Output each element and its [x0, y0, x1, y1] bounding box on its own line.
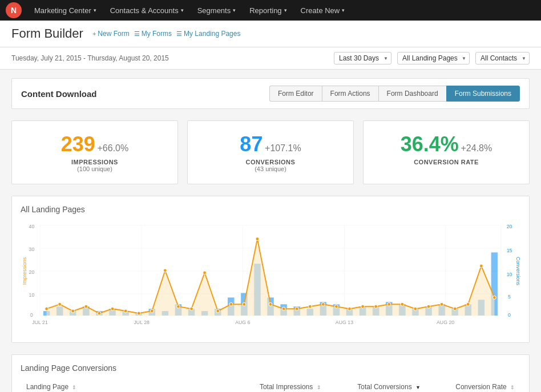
col-conversion-rate: Conversion Rate ⇕ [426, 378, 520, 392]
svg-point-90 [466, 302, 470, 306]
sort-icon: ⇕ [317, 385, 321, 390]
table-title: Landing Page Conversions [21, 363, 520, 373]
filters-bar: Tuesday, July 21, 2015 - Thursday, Augus… [0, 47, 541, 70]
svg-text:AUG 6: AUG 6 [235, 320, 250, 325]
nav-item-create-new[interactable]: Create New ▾ [295, 3, 351, 18]
col-landing-page: Landing Page ⇕ [21, 378, 229, 392]
impressions-sub: (100 unique) [23, 165, 166, 172]
sort-icon-active: ▼ [415, 385, 421, 390]
stat-card-conversions: 87 +107.1% CONVERSIONS (43 unique) [187, 120, 354, 184]
page-title: Form Builder [11, 26, 83, 41]
conversion-rate-value: 36.4% +24.8% [375, 132, 518, 156]
form-header: Content Download Form Editor Form Action… [11, 78, 530, 109]
form-tabs: Form Editor Form Actions Form Dashboard … [269, 86, 520, 102]
nav-item-contacts[interactable]: Contacts & Accounts ▾ [104, 3, 189, 18]
svg-text:40: 40 [29, 224, 35, 229]
chevron-down-icon: ▾ [284, 7, 287, 13]
svg-point-68 [177, 305, 180, 308]
nav-item-reporting[interactable]: Reporting ▾ [244, 3, 292, 18]
main-nav: N Marketing Center ▾ Contacts & Accounts… [0, 0, 541, 21]
svg-point-82 [361, 305, 365, 308]
svg-point-89 [453, 307, 457, 310]
contacts-select[interactable]: All Contacts [475, 52, 530, 64]
impressions-label: IMPRESSIONS [23, 159, 166, 165]
svg-text:10: 10 [29, 292, 35, 298]
svg-point-85 [401, 302, 404, 306]
tab-form-actions[interactable]: Form Actions [322, 86, 378, 102]
new-form-button[interactable]: + New Form [92, 30, 130, 38]
svg-text:AUG 20: AUG 20 [437, 320, 454, 325]
svg-text:Impressions: Impressions [22, 257, 27, 285]
form-name: Content Download [21, 89, 96, 99]
svg-point-62 [98, 312, 101, 315]
conversions-label: CONVERSIONS [199, 159, 342, 165]
svg-point-59 [58, 302, 62, 306]
svg-point-76 [282, 307, 285, 310]
my-landing-pages-button[interactable]: ☰ My Landing Pages [176, 30, 240, 38]
landing-pages-table: Landing Page ⇕ Total Impressions ⇕ Total… [21, 378, 520, 392]
date-range: Tuesday, July 21, 2015 - Thursday, Augus… [11, 54, 328, 62]
svg-text:20: 20 [29, 269, 35, 275]
chevron-down-icon: ▾ [94, 7, 96, 13]
svg-text:20: 20 [507, 224, 512, 229]
svg-point-69 [190, 307, 193, 310]
svg-point-71 [216, 309, 220, 313]
stats-row: 239 +66.0% IMPRESSIONS (100 unique) 87 +… [11, 120, 530, 184]
svg-point-60 [71, 309, 75, 313]
svg-point-88 [440, 302, 443, 306]
svg-point-92 [492, 296, 496, 299]
chart-container: 40 30 20 10 0 20 15 10 5 0 Impressions C… [21, 220, 520, 334]
sort-icon: ⇕ [72, 385, 76, 390]
svg-point-70 [203, 271, 207, 274]
svg-point-86 [414, 307, 417, 310]
svg-point-84 [387, 302, 391, 306]
svg-point-73 [243, 302, 246, 306]
period-select[interactable]: Last 30 Days [334, 52, 391, 64]
landing-page-select[interactable]: All Landing Pages [397, 52, 470, 64]
nav-item-segments[interactable]: Segments ▾ [192, 3, 242, 18]
sort-icon: ⇕ [510, 385, 515, 390]
nav-item-marketing[interactable]: Marketing Center ▾ [29, 3, 102, 18]
svg-point-87 [427, 305, 430, 308]
page-actions: + New Form ☰ My Forms ☰ My Landing Pages [92, 30, 241, 38]
svg-text:JUL 28: JUL 28 [134, 320, 149, 325]
svg-text:5: 5 [508, 294, 511, 300]
svg-text:10: 10 [507, 272, 512, 277]
chevron-down-icon: ▾ [181, 7, 184, 13]
landing-page-select-wrap: All Landing Pages [397, 52, 470, 64]
svg-point-64 [124, 309, 127, 313]
svg-point-61 [84, 305, 88, 308]
stat-card-impressions: 239 +66.0% IMPRESSIONS (100 unique) [11, 120, 178, 184]
chart-section: All Landing Pages 40 30 20 10 0 20 15 10… [11, 196, 530, 343]
tab-form-dashboard[interactable]: Form Dashboard [378, 86, 446, 102]
chevron-down-icon: ▾ [342, 7, 345, 13]
my-forms-button[interactable]: ☰ My Forms [134, 30, 172, 38]
nav-logo[interactable]: N [6, 2, 22, 18]
tab-form-editor[interactable]: Form Editor [269, 86, 322, 102]
chevron-down-icon: ▾ [233, 7, 236, 13]
tab-form-submissions[interactable]: Form Submissions [446, 86, 520, 102]
col-total-conversions: Total Conversions ▼ [327, 378, 426, 392]
list-icon: ☰ [176, 30, 182, 38]
svg-point-66 [150, 309, 154, 313]
page-header: Form Builder + New Form ☰ My Forms ☰ My … [0, 21, 541, 47]
svg-point-79 [321, 302, 325, 306]
svg-point-77 [295, 307, 298, 310]
impressions-value: 239 +66.0% [23, 132, 166, 156]
svg-text:JUL 21: JUL 21 [32, 320, 47, 325]
conversion-rate-label: CONVERSION RATE [375, 159, 518, 165]
chart-svg: 40 30 20 10 0 20 15 10 5 0 Impressions C… [21, 220, 520, 334]
table-section: Landing Page Conversions Landing Page ⇕ … [11, 354, 530, 392]
svg-text:0: 0 [508, 312, 511, 318]
svg-text:0: 0 [30, 312, 33, 318]
svg-point-65 [137, 312, 140, 315]
period-select-wrap: Last 30 Days [334, 52, 391, 64]
contacts-select-wrap: All Contacts [475, 52, 530, 64]
svg-point-80 [334, 305, 338, 308]
conversions-sub: (43 unique) [199, 165, 342, 172]
svg-point-75 [269, 302, 272, 306]
svg-point-81 [348, 307, 352, 310]
svg-text:AUG 13: AUG 13 [336, 320, 353, 325]
svg-point-91 [479, 264, 483, 268]
nav-items: Marketing Center ▾ Contacts & Accounts ▾… [29, 3, 350, 18]
